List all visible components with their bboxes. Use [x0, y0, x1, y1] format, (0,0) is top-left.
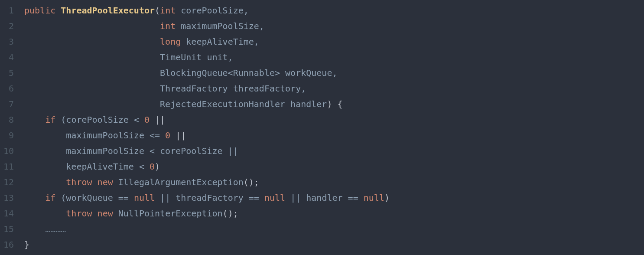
code-token: keepAliveTime,: [186, 36, 259, 47]
line-content: throw new NullPointerException();: [24, 206, 644, 221]
code-token: {: [337, 99, 342, 109]
code-editor[interactable]: 1public ThreadPoolExecutor(int corePoolS…: [0, 3, 644, 252]
line-number: 6: [0, 81, 24, 96]
code-token: ();: [244, 177, 259, 187]
code-line[interactable]: 7 RejectedExecutionHandler handler) {: [0, 96, 644, 112]
line-number: 1: [0, 3, 24, 18]
code-token: [55, 5, 61, 16]
code-token: throw: [66, 208, 92, 219]
line-content: int maximumPoolSize,: [24, 18, 644, 34]
code-token: [92, 177, 98, 187]
line-content: maximumPoolSize < corePoolSize ||: [24, 143, 644, 159]
code-token: ThreadPoolExecutor: [61, 5, 155, 16]
line-number: 16: [0, 237, 24, 252]
code-token: [176, 5, 181, 16]
line-content: }: [24, 237, 644, 252]
code-line[interactable]: 5 BlockingQueue<Runnable> workQueue,: [0, 65, 644, 81]
code-token: ): [384, 193, 390, 203]
line-number: 3: [0, 34, 24, 49]
line-number: 4: [0, 49, 24, 65]
code-token: maximumPoolSize < corePoolSize ||: [66, 146, 238, 156]
code-token: ||: [150, 114, 165, 125]
code-token: (: [155, 5, 160, 16]
line-content: ThreadFactory threadFactory,: [24, 81, 644, 96]
code-token: 0: [165, 130, 170, 141]
line-content: long keepAliveTime,: [24, 34, 644, 49]
code-token: TimeUnit unit,: [160, 52, 233, 62]
line-number: 7: [0, 96, 24, 112]
code-token: int: [160, 21, 176, 31]
code-token: (corePoolSize <: [61, 114, 144, 125]
code-token: [176, 21, 181, 31]
code-token: || handler ==: [285, 193, 364, 203]
line-content: maximumPoolSize <= 0 ||: [24, 128, 644, 143]
code-token: [113, 208, 118, 219]
code-token: BlockingQueue<Runnable> workQueue,: [160, 68, 337, 78]
line-number: 10: [0, 143, 24, 159]
code-line[interactable]: 2 int maximumPoolSize,: [0, 18, 644, 34]
code-token: public: [24, 5, 55, 16]
line-number: 12: [0, 174, 24, 190]
code-token: keepAliveTime <: [66, 161, 150, 172]
line-content: if (corePoolSize < 0 ||: [24, 112, 644, 128]
line-number: 8: [0, 112, 24, 128]
code-line[interactable]: 10 maximumPoolSize < corePoolSize ||: [0, 143, 644, 159]
code-token: 0: [150, 161, 155, 172]
code-line[interactable]: 11 keepAliveTime < 0): [0, 159, 644, 174]
code-token: if: [45, 193, 55, 203]
code-token: new: [98, 177, 113, 187]
line-number: 9: [0, 128, 24, 143]
line-number: 13: [0, 190, 24, 206]
code-token: if: [45, 114, 55, 125]
line-content: public ThreadPoolExecutor(int corePoolSi…: [24, 3, 644, 18]
code-token: maximumPoolSize,: [181, 21, 264, 31]
line-number: 5: [0, 65, 24, 81]
line-content: throw new IllegalArgumentException();: [24, 174, 644, 190]
line-content: if (workQueue == null || threadFactory =…: [24, 190, 644, 206]
code-token: ): [327, 99, 332, 109]
code-token: [113, 177, 118, 187]
line-number: 2: [0, 18, 24, 34]
code-token: RejectedExecutionHandler handler: [160, 99, 327, 109]
code-token: NullPointerException: [118, 208, 223, 219]
code-token: (workQueue ==: [61, 193, 134, 203]
code-line[interactable]: 8 if (corePoolSize < 0 ||: [0, 112, 644, 128]
code-line[interactable]: 1public ThreadPoolExecutor(int corePoolS…: [0, 3, 644, 18]
code-line[interactable]: 9 maximumPoolSize <= 0 ||: [0, 128, 644, 143]
code-token: ): [155, 161, 160, 172]
code-token: IllegalArgumentException: [118, 177, 244, 187]
code-token: …………: [45, 224, 66, 234]
code-line[interactable]: 14 throw new NullPointerException();: [0, 206, 644, 221]
code-token: ||: [170, 130, 186, 141]
code-token: }: [24, 239, 29, 250]
line-number: 14: [0, 206, 24, 221]
code-token: corePoolSize,: [181, 5, 249, 16]
code-token: maximumPoolSize <=: [66, 130, 165, 141]
line-content: keepAliveTime < 0): [24, 159, 644, 174]
code-line[interactable]: 4 TimeUnit unit,: [0, 49, 644, 65]
code-token: long: [160, 36, 181, 47]
code-line[interactable]: 13 if (workQueue == null || threadFactor…: [0, 190, 644, 206]
line-content: RejectedExecutionHandler handler) {: [24, 96, 644, 112]
code-line[interactable]: 15 …………: [0, 221, 644, 237]
code-token: throw: [66, 177, 92, 187]
code-token: int: [160, 5, 176, 16]
code-token: ();: [223, 208, 238, 219]
code-token: [181, 36, 186, 47]
code-token: null: [134, 193, 155, 203]
code-token: || threadFactory ==: [155, 193, 264, 203]
line-content: BlockingQueue<Runnable> workQueue,: [24, 65, 644, 81]
code-line[interactable]: 12 throw new IllegalArgumentException();: [0, 174, 644, 190]
code-line[interactable]: 6 ThreadFactory threadFactory,: [0, 81, 644, 96]
code-line[interactable]: 16}: [0, 237, 644, 252]
code-token: new: [98, 208, 113, 219]
code-token: null: [264, 193, 285, 203]
code-token: ThreadFactory threadFactory,: [160, 83, 306, 94]
code-token: [55, 193, 61, 203]
code-token: [332, 99, 337, 109]
code-token: [92, 208, 98, 219]
code-line[interactable]: 3 long keepAliveTime,: [0, 34, 644, 49]
code-token: 0: [144, 114, 150, 125]
line-number: 11: [0, 159, 24, 174]
line-content: TimeUnit unit,: [24, 49, 644, 65]
